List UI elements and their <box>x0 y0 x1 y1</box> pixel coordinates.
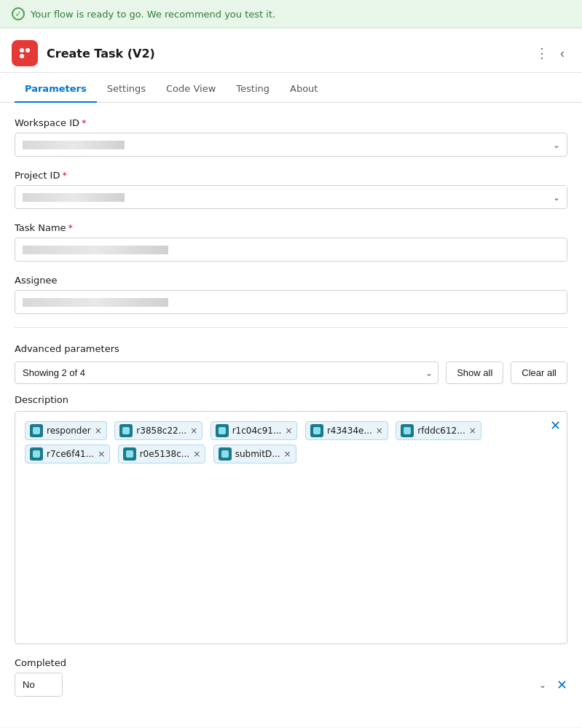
completed-chevron-icon: ⌄ <box>539 680 546 690</box>
token-text: r43434e... <box>327 426 372 436</box>
token-rfddc612[interactable]: rfddc612... × <box>396 421 481 440</box>
task-name-input[interactable] <box>15 238 567 262</box>
required-star-project: * <box>62 170 67 181</box>
token-responder[interactable]: responder × <box>25 421 107 440</box>
assignee-label: Assignee <box>15 275 567 286</box>
token-remove-icon[interactable]: × <box>193 449 200 459</box>
workspace-id-label: Workspace ID * <box>15 117 567 128</box>
token-text: submitD... <box>235 449 280 459</box>
completed-label: Completed <box>15 657 567 668</box>
workspace-id-field: Workspace ID * ⌄ <box>15 117 567 157</box>
token-r7ce6f41[interactable]: r7ce6f41... × <box>25 445 110 463</box>
svg-point-0 <box>20 48 24 52</box>
token-text: r0e5138c... <box>140 449 190 459</box>
token-icon <box>30 424 43 437</box>
completed-select-wrapper-inner: No Yes ⌄ <box>15 673 552 697</box>
tab-code-view[interactable]: Code View <box>156 76 226 103</box>
show-all-button[interactable]: Show all <box>446 361 503 384</box>
token-remove-icon[interactable]: × <box>284 449 291 459</box>
tab-settings[interactable]: Settings <box>97 76 156 103</box>
token-icon <box>401 424 414 437</box>
token-remove-icon[interactable]: × <box>98 449 105 459</box>
token-submitD[interactable]: submitD... × <box>213 445 296 463</box>
project-id-select[interactable] <box>15 185 567 209</box>
token-text: r3858c22... <box>136 426 186 436</box>
tab-about[interactable]: About <box>280 76 328 103</box>
description-field: Description ✕ responder × r3858c22... × <box>15 394 567 644</box>
tabs-bar: Parameters Settings Code View Testing Ab… <box>0 76 582 103</box>
check-icon: ✓ <box>12 7 25 20</box>
token-r43434e[interactable]: r43434e... × <box>305 421 388 440</box>
header-actions: ⋮ ‹ <box>532 42 567 64</box>
token-remove-icon[interactable]: × <box>95 426 102 436</box>
svg-point-2 <box>20 54 24 58</box>
notification-text: Your flow is ready to go. We recommend y… <box>31 9 275 20</box>
svg-point-1 <box>25 48 30 52</box>
more-options-button[interactable]: ⋮ <box>532 42 551 64</box>
project-id-field: Project ID * ⌄ <box>15 170 567 209</box>
token-icon <box>119 424 133 437</box>
description-clear-button[interactable]: ✕ <box>550 418 561 434</box>
advanced-params-row: Showing 2 of 4 ⌄ Show all Clear all <box>15 361 567 384</box>
token-icon <box>123 447 136 461</box>
clear-all-button[interactable]: Clear all <box>511 361 567 384</box>
task-name-label: Task Name * <box>15 222 567 233</box>
token-remove-icon[interactable]: × <box>285 426 292 436</box>
required-star-workspace: * <box>82 117 87 128</box>
project-id-label: Project ID * <box>15 170 567 181</box>
token-icon <box>310 424 323 437</box>
token-remove-icon[interactable]: × <box>469 426 476 436</box>
completed-field: Completed No Yes ⌄ ✕ <box>15 657 567 697</box>
token-text: r7ce6f41... <box>47 449 94 459</box>
close-panel-button[interactable]: ‹ <box>557 43 567 64</box>
description-token-field[interactable]: ✕ responder × r3858c22... × r1c04c91... <box>15 411 567 644</box>
workspace-id-select-wrapper: ⌄ <box>15 133 567 157</box>
token-icon <box>219 447 232 461</box>
panel-header: Create Task (V2) ⋮ ‹ <box>0 28 582 73</box>
required-star-task: * <box>68 222 74 233</box>
showing-select[interactable]: Showing 2 of 4 <box>15 361 439 384</box>
token-icon <box>216 424 229 437</box>
tab-parameters[interactable]: Parameters <box>15 76 97 103</box>
panel-title: Create Task (V2) <box>47 47 532 60</box>
section-divider <box>15 327 567 328</box>
workspace-id-select[interactable] <box>15 133 567 157</box>
token-remove-icon[interactable]: × <box>190 426 197 436</box>
tab-testing[interactable]: Testing <box>226 76 280 103</box>
main-panel: Create Task (V2) ⋮ ‹ Parameters Settings… <box>0 28 582 727</box>
token-remove-icon[interactable]: × <box>376 426 383 436</box>
assignee-input[interactable] <box>15 290 567 314</box>
token-icon <box>30 447 43 461</box>
assignee-field: Assignee <box>15 275 567 314</box>
task-name-field: Task Name * <box>15 222 567 262</box>
token-text: r1c04c91... <box>232 426 282 436</box>
completed-select[interactable]: No Yes <box>15 673 63 697</box>
panel-content: Workspace ID * ⌄ Project ID * ⌄ <box>0 103 582 727</box>
showing-select-wrapper: Showing 2 of 4 ⌄ <box>15 361 439 384</box>
app-icon <box>12 40 38 66</box>
project-id-select-wrapper: ⌄ <box>15 185 567 209</box>
token-r1c04c91[interactable]: r1c04c91... × <box>211 421 298 440</box>
token-text: responder <box>47 426 91 436</box>
token-text: rfddc612... <box>417 426 465 436</box>
advanced-params-label: Advanced parameters <box>15 343 567 354</box>
token-r0e5138c[interactable]: r0e5138c... × <box>118 445 206 463</box>
completed-clear-button[interactable]: ✕ <box>557 677 567 693</box>
notification-bar: ✓ Your flow is ready to go. We recommend… <box>0 0 582 28</box>
token-r3858c22[interactable]: r3858c22... × <box>114 421 202 440</box>
completed-select-row: No Yes ⌄ ✕ <box>15 673 567 697</box>
description-label: Description <box>15 394 567 405</box>
